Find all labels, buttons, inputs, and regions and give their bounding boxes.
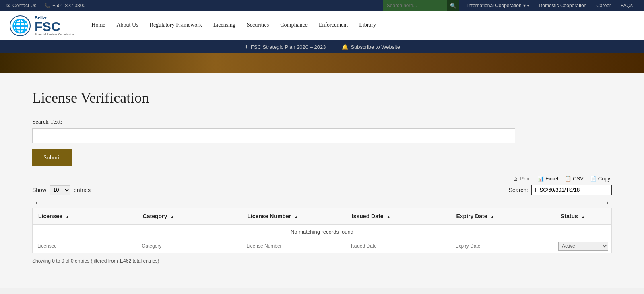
top-bar-left: ✉ Contact Us 📞 +501-822-3800 <box>6 3 85 8</box>
sort-icon-category: ▲ <box>170 215 174 219</box>
table-search-area: Search: <box>509 185 612 195</box>
filter-category-input[interactable] <box>140 242 238 250</box>
show-entries: Show 10 25 50 100 entries <box>32 185 91 195</box>
table-controls-bottom: Show 10 25 50 100 entries Search: <box>32 185 612 195</box>
header-search-button[interactable]: 🔍 <box>447 0 459 11</box>
sort-icon-license-number: ▲ <box>294 215 298 219</box>
nav-licensing[interactable]: Licensing <box>208 11 241 40</box>
logo-text: Belize FSC Financial Services Commission <box>35 15 74 36</box>
hero-area <box>0 53 644 73</box>
top-bar: ✉ Contact Us 📞 +501-822-3800 🔍 Internati… <box>0 0 644 11</box>
nav-home[interactable]: Home <box>86 11 111 40</box>
nav-enforcement[interactable]: Enforcement <box>313 11 353 40</box>
excel-icon: 📊 <box>537 176 544 182</box>
logo[interactable]: 🌐 Belize FSC Financial Services Commissi… <box>10 15 74 36</box>
international-cooperation-link[interactable]: International Cooperation ▾ <box>462 3 534 8</box>
filter-issued-date-input[interactable] <box>349 242 447 250</box>
nav-securities[interactable]: Securities <box>241 11 275 40</box>
copy-icon: 📄 <box>590 176 597 182</box>
col-category[interactable]: Category ▲ <box>137 208 242 225</box>
page-title: License Verification <box>32 89 612 106</box>
print-button[interactable]: 🖨 Print <box>513 176 531 182</box>
contact-us[interactable]: ✉ Contact Us <box>6 3 36 8</box>
table-controls-top: 🖨 Print 📊 Excel 📋 CSV 📄 Copy <box>32 176 612 182</box>
filter-expiry-date-input[interactable] <box>454 242 551 250</box>
entries-select[interactable]: 10 25 50 100 <box>50 185 70 195</box>
filter-issued-date-cell <box>346 239 450 253</box>
main-nav-links: Home About Us Regulatory Framework Licen… <box>86 11 382 40</box>
main-content: License Verification Search Text: Submit… <box>0 73 644 288</box>
table-info: Showing 0 to 0 of 0 entries (filtered fr… <box>32 258 612 264</box>
nav-regulatory-framework[interactable]: Regulatory Framework <box>144 11 208 40</box>
license-search-input[interactable] <box>32 128 515 143</box>
license-table: Licensee ▲ Category ▲ License Number ▲ I… <box>32 208 612 253</box>
filter-expiry-date-cell <box>450 239 555 253</box>
filter-category-cell <box>137 239 242 253</box>
sort-icon-status: ▲ <box>581 215 585 219</box>
download-icon: ⬇ <box>244 44 248 50</box>
chevron-down-icon: ▾ <box>523 3 526 8</box>
subscribe-link[interactable]: 🔔 Subscribe to Website <box>342 44 400 50</box>
search-text-label: Search Text: <box>32 118 612 125</box>
career-link[interactable]: Career <box>591 3 616 8</box>
col-expiry-date[interactable]: Expiry Date ▲ <box>450 208 555 225</box>
nav-library[interactable]: Library <box>353 11 382 40</box>
logo-circle: 🌐 <box>10 15 31 36</box>
logo-subtitle: Financial Services Commission <box>35 33 74 36</box>
csv-icon: 📋 <box>565 176 571 182</box>
top-bar-links: International Cooperation ▾ Domestic Coo… <box>462 3 638 8</box>
phone-number[interactable]: 📞 +501-822-3800 <box>44 3 85 8</box>
main-nav: 🌐 Belize FSC Financial Services Commissi… <box>0 11 644 40</box>
sort-icon-issued-date: ▲ <box>386 215 390 219</box>
filter-licensee-cell <box>33 239 137 253</box>
col-status[interactable]: Status ▲ <box>555 208 612 225</box>
banner-bar: ⬇ FSC Strategic Plan 2020 – 2023 🔔 Subsc… <box>0 40 644 53</box>
mail-icon: ✉ <box>6 3 10 8</box>
col-issued-date[interactable]: Issued Date ▲ <box>346 208 450 225</box>
filter-status-select[interactable]: Active Inactive Revoked <box>558 242 608 251</box>
excel-button[interactable]: 📊 Excel <box>537 176 558 182</box>
sort-icon-licensee: ▲ <box>66 215 70 219</box>
col-licensee[interactable]: Licensee ▲ <box>33 208 137 225</box>
scroll-arrows: ‹ › <box>32 199 612 206</box>
bell-icon: 🔔 <box>342 44 348 50</box>
table-filter-row: Active Inactive Revoked <box>33 239 612 253</box>
data-table-wrapper: Licensee ▲ Category ▲ License Number ▲ I… <box>32 208 612 253</box>
nav-about-us[interactable]: About Us <box>111 11 144 40</box>
table-search-label: Search: <box>509 187 528 193</box>
no-records-row: No matching records found <box>33 225 612 239</box>
scroll-left-arrow[interactable]: ‹ <box>32 199 41 206</box>
top-bar-right: 🔍 International Cooperation ▾ Domestic C… <box>383 0 638 11</box>
filter-license-number-input[interactable] <box>245 242 343 250</box>
scroll-right-arrow[interactable]: › <box>603 199 612 206</box>
globe-icon: 🌐 <box>12 18 29 34</box>
filter-status-cell: Active Inactive Revoked <box>555 239 612 253</box>
header-search-input[interactable] <box>383 0 447 11</box>
col-license-number[interactable]: License Number ▲ <box>242 208 346 225</box>
copy-button[interactable]: 📄 Copy <box>590 176 610 182</box>
table-search-input[interactable] <box>531 185 612 195</box>
nav-compliance[interactable]: Compliance <box>275 11 313 40</box>
domestic-cooperation-link[interactable]: Domestic Cooperation <box>534 3 592 8</box>
csv-button[interactable]: 📋 CSV <box>565 176 584 182</box>
sort-icon-expiry-date: ▲ <box>490 215 494 219</box>
faqs-link[interactable]: FAQs <box>616 3 638 8</box>
print-icon: 🖨 <box>513 176 518 182</box>
table-header-row: Licensee ▲ Category ▲ License Number ▲ I… <box>33 208 612 225</box>
filter-licensee-input[interactable] <box>36 242 134 250</box>
submit-button[interactable]: Submit <box>32 149 72 166</box>
phone-icon: 📞 <box>44 3 50 8</box>
strategic-plan-link[interactable]: ⬇ FSC Strategic Plan 2020 – 2023 <box>244 44 326 50</box>
logo-fsc: FSC <box>35 20 74 33</box>
filter-license-number-cell <box>242 239 346 253</box>
